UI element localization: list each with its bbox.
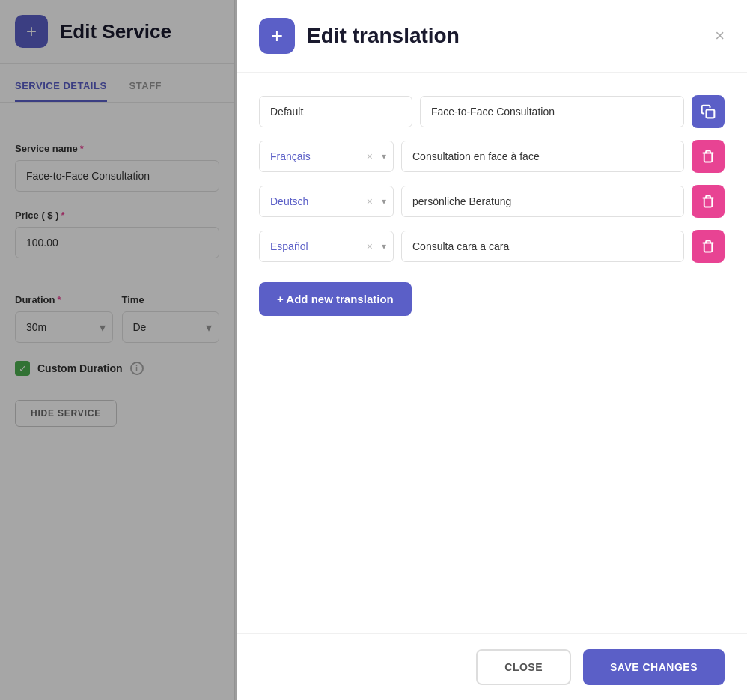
- default-translation-row: [259, 95, 725, 128]
- francais-lang-select[interactable]: Français: [259, 141, 394, 172]
- espanol-delete-button[interactable]: [692, 230, 725, 263]
- default-translation-input[interactable]: [420, 96, 684, 127]
- modal-body: Français × ▾ Deutsch × ▾: [237, 73, 747, 633]
- francais-lang-wrapper: Français × ▾: [259, 141, 394, 172]
- modal-header-left: + Edit translation: [259, 18, 460, 54]
- trash-icon: [701, 195, 715, 208]
- espanol-remove-icon[interactable]: ×: [367, 240, 373, 252]
- modal-title: Edit translation: [307, 24, 460, 48]
- copy-translation-button[interactable]: [692, 95, 725, 128]
- modal-plus-icon: +: [259, 18, 295, 54]
- default-lang-input[interactable]: [259, 96, 412, 127]
- add-translation-button[interactable]: + Add new translation: [259, 282, 412, 316]
- deutsch-remove-icon[interactable]: ×: [367, 195, 373, 207]
- trash-icon: [701, 240, 715, 253]
- francais-delete-button[interactable]: [692, 140, 725, 173]
- espanol-lang-wrapper: Español × ▾: [259, 231, 394, 262]
- modal-close-button[interactable]: ×: [715, 28, 725, 44]
- francais-translation-input[interactable]: [401, 141, 684, 172]
- deutsch-lang-select[interactable]: Deutsch: [259, 186, 394, 217]
- deutsch-lang-wrapper: Deutsch × ▾: [259, 186, 394, 217]
- francais-remove-icon[interactable]: ×: [367, 150, 373, 162]
- translation-row: Deutsch × ▾: [259, 185, 725, 218]
- trash-icon: [701, 150, 715, 163]
- deutsch-translation-input[interactable]: [401, 186, 684, 217]
- close-button[interactable]: CLOSE: [476, 649, 571, 685]
- espanol-lang-select[interactable]: Español: [259, 231, 394, 262]
- modal-footer: CLOSE SAVE CHANGES: [237, 633, 747, 700]
- edit-translation-modal: + Edit translation × Français: [237, 0, 747, 700]
- translation-row: Español × ▾: [259, 230, 725, 263]
- modal-header: + Edit translation ×: [237, 0, 747, 73]
- save-changes-button[interactable]: SAVE CHANGES: [583, 649, 725, 685]
- espanol-translation-input[interactable]: [401, 231, 684, 262]
- deutsch-delete-button[interactable]: [692, 185, 725, 218]
- svg-rect-0: [707, 110, 715, 118]
- translation-row: Français × ▾: [259, 140, 725, 173]
- copy-icon: [701, 104, 716, 119]
